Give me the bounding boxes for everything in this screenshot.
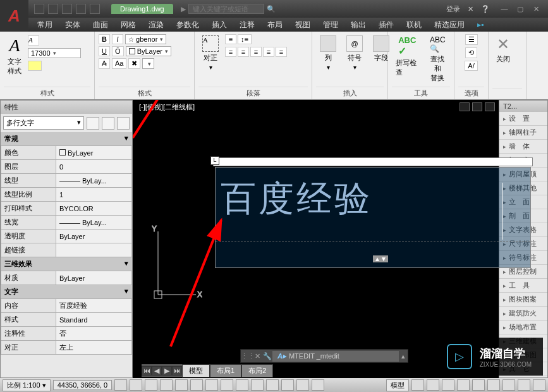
menu-online[interactable]: 联机 xyxy=(401,18,427,32)
section-3d[interactable]: 三维效果▾ xyxy=(1,257,132,271)
align-left-icon[interactable]: ≡ xyxy=(225,47,236,57)
side-item[interactable]: 图块图案 xyxy=(499,293,547,307)
side-item[interactable]: 设 置 xyxy=(499,112,547,126)
sb-r9-icon[interactable] xyxy=(533,379,545,391)
menu-annot[interactable]: 注释 xyxy=(234,18,260,32)
opt3-icon[interactable]: A/ xyxy=(465,61,477,71)
select-icon[interactable] xyxy=(102,117,114,130)
app-logo[interactable] xyxy=(0,0,28,32)
login-button[interactable]: 登录 xyxy=(446,4,460,14)
section-text[interactable]: 文字▾ xyxy=(1,285,132,298)
qat-new-icon[interactable] xyxy=(34,4,44,14)
color-combo[interactable]: ByLayer xyxy=(126,46,171,56)
sb-r4-icon[interactable] xyxy=(457,379,470,391)
sb-am-icon[interactable] xyxy=(312,379,324,391)
ruler-mark[interactable]: L xyxy=(210,156,219,165)
sb-sc-icon[interactable] xyxy=(296,379,309,391)
document-tab[interactable]: Drawing1.dwg xyxy=(111,4,173,14)
sb-r7-icon[interactable] xyxy=(502,379,515,391)
cmd-history-icon[interactable]: ▴ xyxy=(399,352,408,360)
sb-r3-icon[interactable] xyxy=(442,379,454,391)
sb-otrack-icon[interactable] xyxy=(205,379,218,391)
menu-insert[interactable]: 插入 xyxy=(206,18,233,32)
menu-more-icon[interactable]: ▸▪ xyxy=(472,19,489,30)
model-space-toggle[interactable]: 模型 xyxy=(386,379,409,391)
sb-r1-icon[interactable] xyxy=(411,379,424,391)
justify-button[interactable]: A 对正 ▾ xyxy=(198,34,222,72)
command-input[interactable]: A▸ MTEDIT _mtedit xyxy=(272,351,399,362)
caps-button[interactable]: Aa xyxy=(112,58,126,69)
side-item[interactable]: 建筑防火 xyxy=(499,307,547,321)
close-button[interactable]: ✕ xyxy=(529,5,543,13)
cmd-close-icon[interactable]: ✕ xyxy=(252,352,262,360)
align-center-icon[interactable]: ≡ xyxy=(238,47,249,57)
mtext-content[interactable]: 百度经验 xyxy=(216,168,530,231)
object-type-combo[interactable]: 多行文字▾ xyxy=(3,116,84,130)
exchange-icon[interactable]: ✕ xyxy=(468,5,473,13)
menu-common[interactable]: 常用 xyxy=(32,18,58,32)
menu-output[interactable]: 输出 xyxy=(345,18,372,32)
qat-open-icon[interactable] xyxy=(48,4,58,14)
section-general[interactable]: 常规▾ xyxy=(1,132,132,145)
align-right-icon[interactable]: ≡ xyxy=(250,47,262,57)
opt1-icon[interactable]: ☰ xyxy=(465,34,478,45)
sb-ducs-icon[interactable] xyxy=(221,379,233,391)
sb-r5-icon[interactable] xyxy=(472,379,485,391)
column-button[interactable]: 列▾ xyxy=(316,34,340,72)
tab-layout1[interactable]: 布局1 xyxy=(210,364,241,377)
find-replace-button[interactable]: ABC🔍查找和 替换 xyxy=(425,34,450,84)
quickselect-icon[interactable] xyxy=(87,117,99,130)
align-dist-icon[interactable]: ≡ xyxy=(276,47,287,57)
drawing-canvas[interactable]: [-][俯视][二维线框] L 百度经验 ▲▼ Y X xyxy=(133,100,499,378)
mtext-ruler[interactable] xyxy=(213,157,533,166)
tab-prev-icon[interactable]: ◀ xyxy=(152,366,162,376)
side-item[interactable]: 据中心 xyxy=(499,376,547,377)
text-style-button[interactable]: A 文字 样式 xyxy=(4,34,25,77)
viewport-label[interactable]: [-][俯视][二维线框] xyxy=(139,102,195,112)
menu-param[interactable]: 参数化 xyxy=(171,18,205,32)
tab-next-icon[interactable]: ▶ xyxy=(162,366,172,376)
qat-save-icon[interactable] xyxy=(62,4,72,14)
mtext-editor[interactable]: L 百度经验 ▲▼ xyxy=(215,167,531,268)
align-justify-icon[interactable]: ≡ xyxy=(263,47,274,57)
bullet-icon[interactable]: ≡ xyxy=(225,34,236,44)
sb-tpy-icon[interactable] xyxy=(266,379,279,391)
sb-dyn-icon[interactable] xyxy=(236,379,248,391)
sb-r2-icon[interactable] xyxy=(427,379,439,391)
mask-button[interactable] xyxy=(28,61,42,71)
tab-model[interactable]: 模型 xyxy=(182,364,210,377)
command-bar[interactable]: ⋮⋮ ✕ 🔧 A▸ MTEDIT _mtedit ▴ xyxy=(240,349,408,363)
sb-grid-icon[interactable] xyxy=(114,379,127,391)
scale-field[interactable]: 比例 1:100 ▾ xyxy=(3,379,51,391)
menu-manage[interactable]: 管理 xyxy=(317,18,344,32)
vp-min-icon[interactable] xyxy=(460,102,470,111)
menu-mesh[interactable]: 网格 xyxy=(115,18,142,32)
sb-r8-icon[interactable] xyxy=(518,379,530,391)
side-item[interactable]: 轴网柱子 xyxy=(499,126,547,140)
search-icon[interactable]: 🔍 xyxy=(267,5,276,13)
menu-layout[interactable]: 布局 xyxy=(262,18,288,32)
sb-ortho-icon[interactable] xyxy=(145,379,157,391)
cmd-handle-icon[interactable]: ⋮⋮ xyxy=(241,352,252,360)
underline-button[interactable]: U xyxy=(99,46,110,56)
sb-snap-icon[interactable] xyxy=(130,379,142,391)
sb-r6-icon[interactable] xyxy=(487,379,500,391)
vp-close-icon[interactable] xyxy=(485,102,495,111)
column-width-marker[interactable]: ▲▼ xyxy=(373,255,388,262)
tab-last-icon[interactable]: ⏭ xyxy=(172,366,182,376)
side-item[interactable]: 场地布置 xyxy=(499,321,547,334)
pickadd-icon[interactable] xyxy=(117,117,130,130)
menu-plugin[interactable]: 插件 xyxy=(373,18,399,32)
menu-render[interactable]: 渲染 xyxy=(143,18,169,32)
sb-lwt-icon[interactable] xyxy=(251,379,264,391)
symbol-button[interactable]: @符号▾ xyxy=(343,34,367,72)
close-editor-button[interactable]: ✕关闭 xyxy=(492,34,514,65)
linespace-icon[interactable]: ↕≡ xyxy=(238,34,252,44)
oblique-combo[interactable] xyxy=(142,58,154,69)
strike-button[interactable]: A̶ xyxy=(99,58,110,69)
font-size-combo[interactable]: 17300 xyxy=(28,48,81,58)
qat-redo-icon[interactable] xyxy=(90,4,100,14)
menu-surface[interactable]: 曲面 xyxy=(87,18,114,32)
bold-button[interactable]: B xyxy=(99,34,110,44)
cmd-tool-icon[interactable]: 🔧 xyxy=(262,352,272,360)
